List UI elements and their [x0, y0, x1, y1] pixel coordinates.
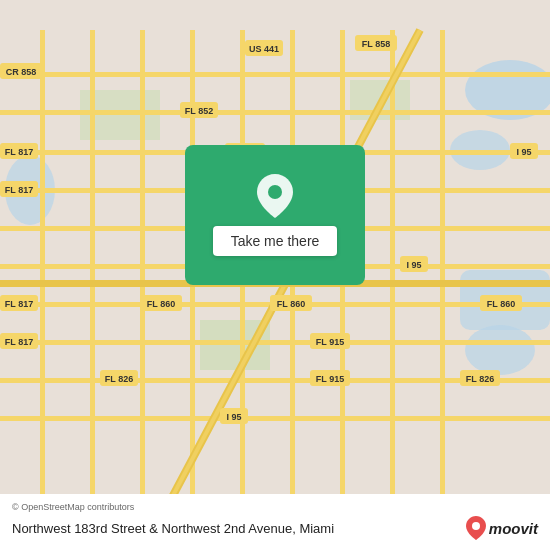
svg-text:FL 852: FL 852: [185, 106, 213, 116]
svg-text:CR 858: CR 858: [6, 67, 37, 77]
svg-rect-26: [390, 30, 395, 520]
map-attribution: © OpenStreetMap contributors: [12, 502, 538, 512]
location-text: Northwest 183rd Street & Northwest 2nd A…: [12, 521, 466, 536]
svg-rect-20: [90, 30, 95, 520]
svg-point-5: [465, 325, 535, 375]
svg-rect-10: [0, 110, 550, 115]
svg-text:FL 817: FL 817: [5, 147, 33, 157]
svg-text:FL 826: FL 826: [466, 374, 494, 384]
svg-text:I 95: I 95: [516, 147, 531, 157]
svg-text:FL 915: FL 915: [316, 374, 344, 384]
svg-text:I 95: I 95: [406, 260, 421, 270]
take-me-there-button[interactable]: Take me there: [213, 226, 338, 256]
svg-text:FL 860: FL 860: [147, 299, 175, 309]
svg-text:FL 817: FL 817: [5, 185, 33, 195]
location-marker-overlay: Take me there: [185, 145, 365, 285]
map-pin-icon: [257, 174, 293, 218]
location-line1: Northwest 183rd Street & Northwest 2nd A…: [12, 521, 296, 536]
svg-text:FL 817: FL 817: [5, 299, 33, 309]
svg-text:FL 860: FL 860: [277, 299, 305, 309]
svg-rect-21: [140, 30, 145, 520]
svg-text:I 95: I 95: [226, 412, 241, 422]
svg-rect-27: [440, 30, 445, 520]
location-row: Northwest 183rd Street & Northwest 2nd A…: [12, 516, 538, 540]
map-container: CR 858 FL 852 US 441 FL 858 FL 817 FL 81…: [0, 0, 550, 550]
bottom-bar: © OpenStreetMap contributors Northwest 1…: [0, 494, 550, 550]
svg-text:FL 915: FL 915: [316, 337, 344, 347]
moovit-text: moovit: [489, 520, 538, 537]
svg-text:US 441: US 441: [249, 44, 279, 54]
svg-point-69: [268, 185, 282, 199]
location-line2: Miami: [299, 521, 334, 536]
svg-text:FL 858: FL 858: [362, 39, 390, 49]
svg-text:FL 826: FL 826: [105, 374, 133, 384]
svg-rect-19: [40, 30, 45, 520]
svg-rect-9: [0, 72, 550, 77]
svg-text:FL 860: FL 860: [487, 299, 515, 309]
svg-point-70: [472, 522, 480, 530]
svg-rect-16: [0, 340, 550, 345]
svg-text:FL 817: FL 817: [5, 337, 33, 347]
moovit-pin-icon: [466, 516, 486, 540]
svg-rect-18: [0, 416, 550, 421]
moovit-logo: moovit: [466, 516, 538, 540]
